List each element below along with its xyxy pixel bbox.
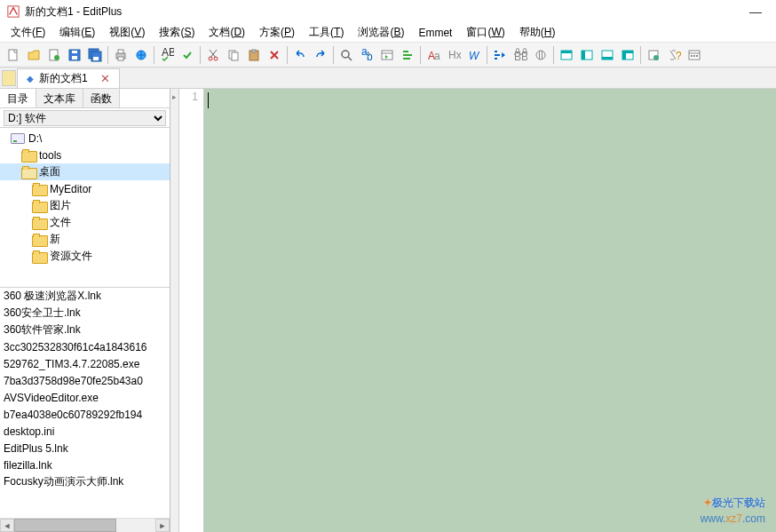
svg-rect-43 bbox=[582, 51, 585, 60]
menu-search[interactable]: 搜索(S) bbox=[152, 23, 202, 42]
svg-rect-11 bbox=[118, 50, 123, 53]
tree-item-label: D:\ bbox=[28, 132, 42, 145]
toolbar: ABC ab Aa Hx W AABB ? bbox=[0, 43, 776, 67]
goto-icon[interactable] bbox=[377, 45, 397, 65]
outdent-icon[interactable]: AABB bbox=[511, 45, 530, 65]
menu-edit[interactable]: 编辑(E) bbox=[52, 23, 102, 42]
file-list[interactable]: 360 极速浏览器X.lnk360安全卫士.lnk360软件管家.lnk3cc3… bbox=[0, 288, 170, 518]
directory-tree[interactable]: D:\tools桌面MyEditor图片文件新资源文件 bbox=[0, 128, 170, 288]
column-icon[interactable] bbox=[531, 45, 550, 65]
tree-item[interactable]: 新 bbox=[0, 231, 170, 248]
menu-tools[interactable]: 工具(T) bbox=[302, 23, 351, 42]
menu-browser[interactable]: 浏览器(B) bbox=[351, 23, 411, 42]
panel2-icon[interactable] bbox=[577, 45, 597, 65]
file-item[interactable]: 360 极速浏览器X.lnk bbox=[0, 288, 170, 305]
menu-file[interactable]: 文件(F) bbox=[4, 23, 52, 42]
copy-icon[interactable] bbox=[224, 45, 243, 65]
file-item[interactable]: 529762_TIM3.4.7.22085.exe bbox=[0, 355, 170, 372]
close-tab-icon[interactable]: ✕ bbox=[100, 72, 110, 85]
document-tab-label: 新的文档1 bbox=[39, 71, 88, 86]
panel4-icon[interactable] bbox=[618, 45, 637, 65]
sidebar-tab-functions[interactable]: 函数 bbox=[83, 89, 120, 107]
panel3-icon[interactable] bbox=[598, 45, 617, 65]
tree-item[interactable]: MyEditor bbox=[0, 180, 170, 197]
tree-item[interactable]: 资源文件 bbox=[0, 248, 170, 265]
open-icon[interactable] bbox=[24, 45, 44, 65]
folder-icon bbox=[32, 183, 46, 195]
line-gutter: 1 bbox=[179, 89, 204, 532]
font-icon[interactable]: Aa bbox=[424, 45, 443, 65]
tree-item-label: 图片 bbox=[50, 198, 71, 213]
tree-item[interactable]: 图片 bbox=[0, 197, 170, 214]
bookmark-icon[interactable] bbox=[398, 45, 417, 65]
settings-icon[interactable] bbox=[685, 45, 704, 65]
file-item[interactable]: 7ba3d3758d98e70fe25b43a0 bbox=[0, 372, 170, 389]
menu-help[interactable]: 帮助(H) bbox=[512, 23, 563, 42]
redo-icon[interactable] bbox=[311, 45, 330, 65]
preview-icon[interactable] bbox=[131, 45, 151, 65]
file-item[interactable]: b7ea4038e0c60789292fb194 bbox=[0, 406, 170, 423]
tools-icon[interactable] bbox=[644, 45, 663, 65]
file-item[interactable]: AVSVideoEditor.exe bbox=[0, 389, 170, 406]
paste-icon[interactable] bbox=[244, 45, 264, 65]
svg-text:W: W bbox=[469, 50, 480, 62]
tree-item-label: tools bbox=[39, 149, 61, 162]
tree-item-label: MyEditor bbox=[50, 183, 91, 195]
editor-area: ▸ 1 bbox=[170, 89, 776, 532]
save-icon[interactable] bbox=[65, 45, 84, 65]
indent-icon[interactable] bbox=[490, 45, 510, 65]
tree-item[interactable]: 桌面 bbox=[0, 163, 170, 180]
file-item[interactable]: 360软件管家.lnk bbox=[0, 322, 170, 338]
file-item[interactable]: 3cc302532830f61c4a1843616 bbox=[0, 338, 170, 355]
file-item[interactable]: 360安全卫士.lnk bbox=[0, 305, 170, 322]
svg-rect-39 bbox=[542, 51, 542, 60]
svg-rect-38 bbox=[539, 51, 540, 60]
document-tab[interactable]: ◆ 新的文档1 ✕ bbox=[17, 68, 120, 88]
title-bar: 新的文档1 - EditPlus — bbox=[0, 0, 776, 23]
drive-select[interactable]: D:] 软件 bbox=[4, 110, 166, 126]
help-icon[interactable]: ? bbox=[664, 45, 684, 65]
sidebar-tab-directory[interactable]: 目录 bbox=[0, 89, 36, 107]
menu-project[interactable]: 方案(P) bbox=[252, 23, 302, 42]
replace-icon[interactable]: ab bbox=[357, 45, 376, 65]
undo-icon[interactable] bbox=[290, 45, 310, 65]
app-icon bbox=[7, 5, 20, 18]
menu-window[interactable]: 窗口(W) bbox=[459, 23, 511, 42]
file-item[interactable]: desktop.ini bbox=[0, 423, 170, 440]
svg-point-21 bbox=[342, 51, 349, 58]
menu-document[interactable]: 文档(D) bbox=[202, 23, 252, 42]
svg-rect-54 bbox=[693, 55, 695, 57]
print-icon[interactable] bbox=[111, 45, 131, 65]
file-item[interactable]: filezilla.lnk bbox=[0, 457, 170, 473]
minimize-button[interactable]: — bbox=[742, 4, 769, 19]
validate-icon[interactable] bbox=[178, 45, 197, 65]
tree-item[interactable]: D:\ bbox=[0, 130, 170, 147]
sidebar-h-scrollbar[interactable]: ◄► bbox=[0, 518, 170, 532]
line-number: 1 bbox=[179, 91, 198, 103]
text-editor[interactable] bbox=[204, 89, 776, 532]
menu-emmet[interactable]: Emmet bbox=[411, 25, 459, 41]
main-area: 目录 文本库 函数 D:] 软件 D:\tools桌面MyEditor图片文件新… bbox=[0, 89, 776, 532]
svg-rect-1 bbox=[9, 50, 17, 60]
spell-check-icon[interactable]: ABC bbox=[157, 45, 177, 65]
new-icon[interactable] bbox=[4, 45, 23, 65]
tree-item[interactable]: tools bbox=[0, 147, 170, 163]
svg-rect-24 bbox=[382, 51, 392, 60]
cut-icon[interactable] bbox=[203, 45, 223, 65]
panel1-icon[interactable] bbox=[557, 45, 576, 65]
split-handle[interactable]: ▸ bbox=[170, 89, 179, 532]
hex-icon[interactable]: Hx bbox=[444, 45, 463, 65]
new-html-icon[interactable] bbox=[44, 45, 64, 65]
sidebar-tab-textlib[interactable]: 文本库 bbox=[36, 89, 83, 107]
wordwrap-icon[interactable]: W bbox=[464, 45, 484, 65]
delete-icon[interactable] bbox=[265, 45, 284, 65]
file-item[interactable]: Focusky动画演示大师.lnk bbox=[0, 473, 170, 490]
find-icon[interactable] bbox=[337, 45, 356, 65]
tab-list-marker[interactable] bbox=[2, 70, 16, 86]
svg-rect-53 bbox=[691, 55, 693, 57]
save-all-icon[interactable] bbox=[85, 45, 105, 65]
tree-item[interactable]: 文件 bbox=[0, 214, 170, 231]
menu-view[interactable]: 视图(V) bbox=[102, 23, 152, 42]
file-item[interactable]: EditPlus 5.lnk bbox=[0, 440, 170, 457]
svg-text:Hx: Hx bbox=[448, 49, 461, 61]
